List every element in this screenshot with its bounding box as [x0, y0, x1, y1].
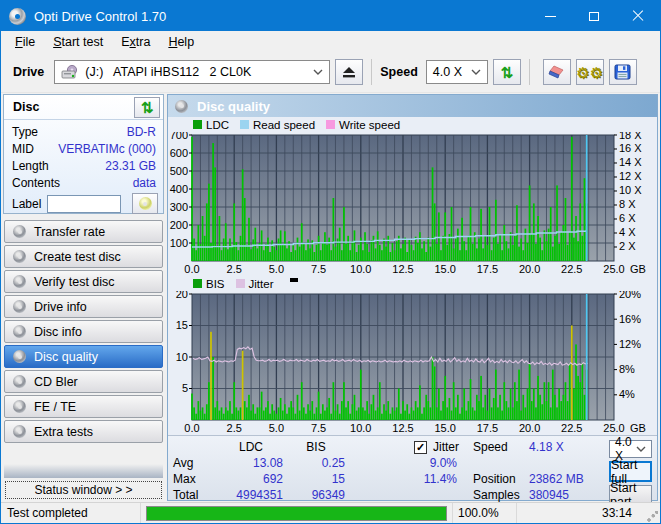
save-button[interactable]	[609, 59, 637, 85]
svg-text:10.0: 10.0	[350, 263, 371, 275]
legend-label: LDC	[206, 119, 229, 131]
stats-right-value: 4.18 X	[529, 440, 605, 454]
svg-text:14 X: 14 X	[619, 156, 642, 168]
svg-text:7.5: 7.5	[311, 263, 326, 275]
tools-button[interactable]: ⚙⚙	[576, 59, 604, 85]
sidebar-item-create-test-disc[interactable]: Create test disc	[4, 245, 163, 268]
svg-text:10.0: 10.0	[350, 422, 371, 434]
svg-text:12%: 12%	[619, 338, 641, 350]
disc-panel-title: Disc	[13, 100, 39, 114]
legend-label: Read speed	[253, 119, 315, 131]
drive-select[interactable]: (J:) ATAPI iHBS112 2 CL0K	[54, 60, 330, 84]
svg-text:15.0: 15.0	[434, 263, 455, 275]
legend-swatch	[236, 279, 245, 288]
window-title: Opti Drive Control 1.70	[34, 9, 166, 24]
stats-right-label: Speed	[471, 440, 529, 454]
menu-item-help[interactable]: Help	[159, 33, 203, 51]
sidebar-item-label: Drive info	[34, 300, 87, 314]
sidebar-item-extra-tests[interactable]: Extra tests	[4, 420, 163, 443]
chevron-down-icon	[636, 446, 646, 452]
svg-text:22.5: 22.5	[561, 422, 582, 434]
svg-text:16 X: 16 X	[619, 142, 642, 154]
svg-text:0.0: 0.0	[184, 422, 199, 434]
sidebar-item-label: FE / TE	[34, 400, 76, 414]
disc-icon	[139, 197, 152, 210]
sidebar: Disc ⇅ TypeBD-RMIDVERBATIMc (000)Length2…	[1, 93, 165, 502]
sidebar-item-cd-bler[interactable]: CD Bler	[4, 370, 163, 393]
menu-item-extra[interactable]: Extra	[112, 33, 159, 51]
menu-item-file[interactable]: File	[6, 33, 44, 51]
gears-icon: ⚙⚙	[576, 65, 603, 80]
elapsed-time: 33:14	[517, 506, 646, 520]
stats-row-label: Max	[171, 472, 217, 486]
svg-text:700: 700	[170, 132, 188, 141]
stats-right-label: Position	[471, 472, 529, 486]
svg-text:300: 300	[170, 201, 188, 213]
sidebar-item-disc-quality[interactable]: Disc quality	[4, 345, 163, 368]
disc-icon	[13, 225, 26, 238]
disc-icon	[13, 350, 26, 363]
stats-bis-value: 96349	[285, 488, 347, 502]
drive-icon	[61, 65, 79, 79]
stats-jitter-value: 11.4%	[347, 472, 459, 486]
refresh-disc-button[interactable]: ⇅	[134, 97, 160, 118]
sidebar-item-label: Extra tests	[34, 425, 93, 439]
stats-area: LDCBIS✓JitterAvg13.080.259.0%Max6921511.…	[168, 435, 657, 500]
stats-bis-value: 15	[285, 472, 347, 486]
svg-text:2 X: 2 X	[619, 240, 636, 252]
sidebar-item-verify-test-disc[interactable]: Verify test disc	[4, 270, 163, 293]
status-window-button[interactable]: Status window > >	[5, 481, 162, 499]
disc-label-button[interactable]	[132, 193, 158, 214]
sidebar-item-fe-te[interactable]: FE / TE	[4, 395, 163, 418]
label-input[interactable]	[47, 195, 121, 213]
svg-text:GB: GB	[630, 422, 646, 434]
legend-item-jitter: Jitter	[236, 278, 274, 290]
svg-text:100: 100	[170, 237, 188, 249]
sidebar-spacer	[4, 447, 163, 478]
minimize-button[interactable]	[528, 1, 572, 31]
stats-header-jitter: ✓Jitter	[347, 440, 459, 454]
svg-text:20%: 20%	[619, 291, 641, 300]
panel-title: Disc quality	[197, 99, 270, 114]
chevron-down-icon	[313, 69, 323, 75]
ldc-read-speed-chart-svg: 1002003004005006007002 X4 X6 X8 X10 X12 …	[168, 132, 659, 276]
jitter-checkbox[interactable]: ✓	[414, 441, 427, 454]
sidebar-item-disc-info[interactable]: Disc info	[4, 320, 163, 343]
svg-text:10: 10	[176, 351, 188, 363]
save-icon	[614, 64, 631, 80]
speed-select-bottom[interactable]: 4.0 X	[609, 440, 652, 458]
disc-info-value: BD-R	[127, 125, 156, 139]
legend-label: Jitter	[249, 278, 274, 290]
resize-grip[interactable]	[646, 511, 658, 523]
close-button[interactable]	[616, 1, 660, 31]
sidebar-item-label: Disc info	[34, 325, 82, 339]
legend-marker	[290, 278, 298, 282]
speed-select[interactable]: 4.0 X	[426, 60, 488, 84]
svg-text:12 X: 12 X	[619, 170, 642, 182]
start-full-button[interactable]: Start full	[609, 461, 652, 482]
status-text: Test completed	[1, 503, 141, 523]
svg-text:8 X: 8 X	[619, 198, 636, 210]
svg-text:2.5: 2.5	[227, 422, 242, 434]
disc-info-value: 23.31 GB	[105, 159, 156, 173]
refresh-drive-button[interactable]: ⇅	[493, 59, 521, 85]
stats-header-bis: BIS	[285, 440, 347, 454]
maximize-button[interactable]	[572, 1, 616, 31]
stats-ldc-value: 692	[217, 472, 285, 486]
menubar: FileStart testExtraHelp	[1, 31, 660, 52]
progress-fill	[147, 507, 446, 520]
eject-button[interactable]	[335, 59, 363, 85]
menu-item-start-test[interactable]: Start test	[44, 33, 112, 51]
toolbar-separator	[371, 59, 372, 85]
eject-icon	[342, 66, 356, 78]
erase-disc-button[interactable]	[543, 59, 571, 85]
svg-text:20: 20	[176, 291, 188, 300]
stats-row-label: Avg	[171, 456, 217, 470]
disc-info-value: VERBATIMc (000)	[58, 142, 156, 156]
disc-info-label: MID	[12, 142, 34, 156]
svg-text:4%: 4%	[619, 388, 635, 400]
sidebar-item-drive-info[interactable]: Drive info	[4, 295, 163, 318]
chevron-down-icon	[471, 69, 481, 75]
refresh-icon: ⇅	[141, 100, 154, 115]
sidebar-item-transfer-rate[interactable]: Transfer rate	[4, 220, 163, 243]
